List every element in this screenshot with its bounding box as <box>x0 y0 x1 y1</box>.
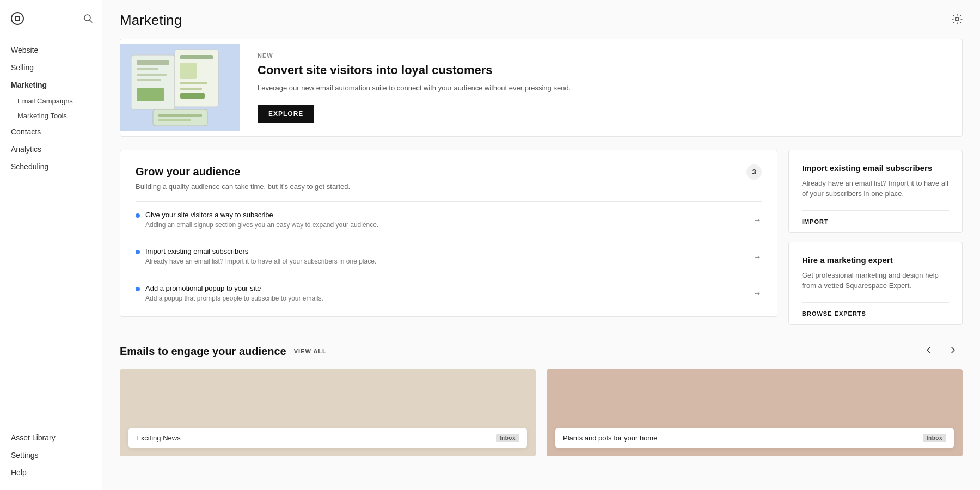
email-card-label-0: Exciting News Inbox <box>128 428 527 448</box>
sidebar-nav: Website Selling Marketing Email Campaign… <box>0 37 102 422</box>
side-cards-column: Import existing email subscribers Alread… <box>788 150 963 325</box>
svg-rect-13 <box>180 82 207 84</box>
svg-rect-16 <box>153 109 207 126</box>
arrow-right-icon-1: → <box>753 252 762 262</box>
sidebar-bottom: Asset Library Settings Help <box>0 422 102 490</box>
carousel-prev-button[interactable] <box>919 342 939 360</box>
grow-item-title-1: Import existing email subscribers <box>145 247 376 255</box>
import-subscribers-card: Import existing email subscribers Alread… <box>788 150 963 233</box>
logo-icon[interactable] <box>9 10 26 27</box>
grow-item-subscribe[interactable]: Give your site visitors a way to subscri… <box>136 201 762 238</box>
grow-subtitle: Building a quality audience can take tim… <box>136 182 350 191</box>
import-card-desc: Already have an email list? Import it to… <box>802 178 949 199</box>
email-card-1[interactable]: Plants and pots for your home Inbox <box>547 369 963 456</box>
sidebar: Website Selling Marketing Email Campaign… <box>0 0 102 490</box>
import-link[interactable]: IMPORT <box>802 210 949 232</box>
browse-experts-link[interactable]: BROWSE EXPERTS <box>802 302 949 324</box>
sidebar-item-settings[interactable]: Settings <box>0 446 102 464</box>
svg-rect-9 <box>137 88 164 101</box>
main-content-area: Marketing <box>102 0 980 490</box>
settings-gear-button[interactable] <box>952 14 963 27</box>
page-title: Marketing <box>120 12 182 29</box>
emails-header: Emails to engage your audience VIEW ALL <box>120 342 963 360</box>
banner-subtitle: Leverage our new email automation suite … <box>258 83 945 94</box>
promo-banner: NEW Convert site visitors into loyal cus… <box>120 39 963 137</box>
arrow-right-icon-2: → <box>753 289 762 298</box>
svg-rect-6 <box>137 68 158 70</box>
grow-item-title-2: Add a promotional popup to your site <box>145 284 323 292</box>
banner-text: NEW Convert site visitors into loyal cus… <box>240 39 962 136</box>
inbox-badge-0: Inbox <box>496 434 519 442</box>
sidebar-item-help[interactable]: Help <box>0 464 102 481</box>
sidebar-top <box>0 0 102 37</box>
grow-item-desc-1: Already have an email list? Import it to… <box>145 257 376 266</box>
grow-item-popup[interactable]: Add a promotional popup to your site Add… <box>136 275 762 312</box>
banner-image <box>120 44 240 131</box>
svg-rect-7 <box>137 74 167 76</box>
sidebar-item-marketing[interactable]: Marketing <box>0 76 102 94</box>
blue-dot-icon <box>136 213 140 218</box>
svg-rect-11 <box>180 55 213 59</box>
grow-item-title-0: Give your site visitors a way to subscri… <box>145 211 378 219</box>
emails-section: Emails to engage your audience VIEW ALL <box>120 342 963 456</box>
svg-rect-12 <box>180 63 197 79</box>
carousel-next-button[interactable] <box>943 342 963 360</box>
sidebar-item-analytics[interactable]: Analytics <box>0 140 102 158</box>
banner-new-label: NEW <box>258 52 945 59</box>
svg-rect-18 <box>158 119 191 121</box>
grow-title: Grow your audience <box>136 166 350 178</box>
banner-headline: Convert site visitors into loyal custome… <box>258 63 945 77</box>
email-card-0[interactable]: Exciting News Inbox <box>120 369 536 456</box>
email-card-label-1: Plants and pots for your home Inbox <box>555 428 954 448</box>
two-col-layout: Grow your audience Building a quality au… <box>120 150 963 325</box>
sidebar-item-marketing-tools[interactable]: Marketing Tools <box>0 108 102 123</box>
sidebar-item-selling[interactable]: Selling <box>0 59 102 76</box>
sidebar-item-email-campaigns[interactable]: Email Campaigns <box>0 94 102 108</box>
grow-audience-card: Grow your audience Building a quality au… <box>120 150 777 317</box>
svg-rect-15 <box>180 93 205 99</box>
blue-dot-icon-1 <box>136 250 140 254</box>
grow-item-desc-2: Add a popup that prompts people to subsc… <box>145 294 323 303</box>
sidebar-item-contacts[interactable]: Contacts <box>0 123 102 140</box>
svg-rect-17 <box>158 114 202 117</box>
sidebar-item-asset-library[interactable]: Asset Library <box>0 429 102 446</box>
main-content: NEW Convert site visitors into loyal cus… <box>102 34 980 490</box>
grow-item-desc-0: Adding an email signup section gives you… <box>145 220 378 230</box>
main-header: Marketing <box>102 0 980 34</box>
expert-card-title: Hire a marketing expert <box>802 255 949 265</box>
search-button[interactable] <box>83 14 93 23</box>
blue-dot-icon-2 <box>136 287 140 291</box>
carousel-arrows <box>919 342 963 360</box>
sidebar-item-scheduling[interactable]: Scheduling <box>0 158 102 175</box>
emails-title: Emails to engage your audience <box>120 345 286 358</box>
explore-button[interactable]: EXPLORE <box>258 105 314 123</box>
hire-expert-card: Hire a marketing expert Get professional… <box>788 242 963 325</box>
svg-line-1 <box>90 20 93 23</box>
grow-audience-column: Grow your audience Building a quality au… <box>120 150 777 325</box>
email-cards-container: Exciting News Inbox Plants and pots for … <box>120 369 963 456</box>
grow-item-import[interactable]: Import existing email subscribers Alread… <box>136 238 762 275</box>
inbox-badge-1: Inbox <box>923 434 946 442</box>
email-card-name-0: Exciting News <box>136 434 181 442</box>
import-card-title: Import existing email subscribers <box>802 163 949 173</box>
svg-point-2 <box>955 17 959 21</box>
email-card-name-1: Plants and pots for your home <box>563 434 657 442</box>
expert-card-desc: Get professional marketing and design he… <box>802 270 949 291</box>
svg-rect-5 <box>137 60 169 65</box>
view-all-button[interactable]: VIEW ALL <box>294 348 327 354</box>
svg-rect-8 <box>137 79 161 81</box>
svg-rect-14 <box>180 88 202 90</box>
arrow-right-icon-0: → <box>753 215 762 225</box>
grow-badge: 3 <box>746 164 762 180</box>
sidebar-item-website[interactable]: Website <box>0 41 102 59</box>
